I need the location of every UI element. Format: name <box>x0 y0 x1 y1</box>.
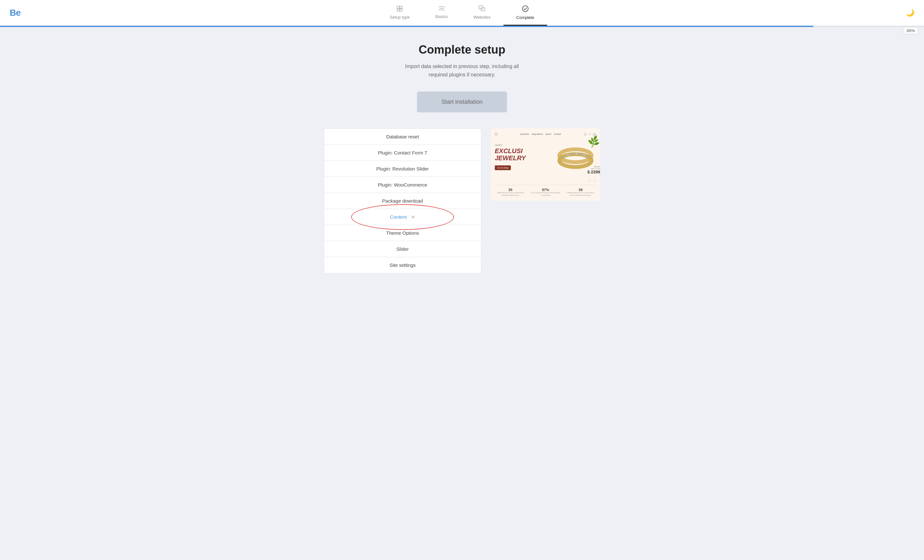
basics-icon <box>438 6 445 12</box>
progress-bar-fill <box>0 26 813 27</box>
preview-logo: ⬡ <box>495 132 498 136</box>
steps-area: Database reset Plugin: Contact Form 7 Pl… <box>324 129 600 273</box>
step-content: Content ✳ <box>324 209 481 225</box>
preview-shop-button: Go to shop <box>495 165 511 170</box>
svg-rect-3 <box>400 9 402 11</box>
steps-list: Database reset Plugin: Contact Form 7 Pl… <box>324 129 481 273</box>
step-plugin-revolution-slider: Plugin: Revolution Slider <box>324 160 481 177</box>
preview-text-block: signatur EXCLUSIJEWELRY Go to shop <box>495 144 551 172</box>
svg-point-12 <box>563 156 565 158</box>
stat-item-58: 58 Pellentesque lorem consectetur lorem … <box>565 188 596 197</box>
complete-icon <box>522 5 529 13</box>
websites-icon <box>479 6 485 13</box>
tab-complete[interactable]: Complete <box>504 0 547 26</box>
tab-websites[interactable]: Websites <box>461 0 504 26</box>
svg-point-14 <box>571 153 573 155</box>
header: Be Setup type Bas <box>0 0 924 26</box>
dark-mode-toggle[interactable]: 🌙 <box>906 9 914 17</box>
svg-point-18 <box>586 156 588 158</box>
svg-point-17 <box>583 154 585 156</box>
svg-point-13 <box>567 154 569 156</box>
stat-item-97: 97% Et a molestie lacinia lorem facilisi… <box>530 188 561 197</box>
svg-point-15 <box>575 153 578 154</box>
nav-tabs: Setup type Basics Websites <box>377 0 547 26</box>
preview-hero: signatur EXCLUSIJEWELRY Go to shop <box>495 140 596 176</box>
preview-nav-bar: ⬡ products inspirations about contact ⬡ … <box>495 132 596 136</box>
preview-footer-stats: 35 Pellentesque lorem consectetur conval… <box>495 185 596 197</box>
svg-rect-1 <box>400 6 402 8</box>
step-plugin-woocommerce: Plugin: WooCommerce <box>324 177 481 193</box>
tab-setup-type-label: Setup type <box>390 15 410 19</box>
step-theme-options: Theme Options <box>324 225 481 241</box>
step-plugin-contact-form: Plugin: Contact Form 7 <box>324 144 481 160</box>
preview-arrows: ← → <box>495 179 596 183</box>
main-content: Complete setup Import data selected in p… <box>317 27 607 292</box>
step-package-download: Package download <box>324 193 481 209</box>
step-site-settings: Site settings <box>324 257 481 273</box>
step-database-reset: Database reset <box>324 129 481 144</box>
logo: Be <box>10 8 21 18</box>
tab-setup-type[interactable]: Setup type <box>377 0 423 26</box>
tab-basics[interactable]: Basics <box>423 0 460 26</box>
svg-point-9 <box>522 6 528 12</box>
step-slider: Slider <box>324 241 481 257</box>
step-spinner: ✳ <box>411 214 415 220</box>
preview-nav-links: products inspirations about contact <box>520 133 561 135</box>
tab-complete-label: Complete <box>516 15 534 20</box>
progress-bar-container: 88% <box>0 26 924 27</box>
tab-websites-label: Websites <box>474 15 490 19</box>
svg-rect-0 <box>397 6 399 8</box>
svg-point-16 <box>579 153 581 155</box>
svg-rect-2 <box>397 9 399 11</box>
tab-basics-label: Basics <box>435 14 447 19</box>
stat-item-35: 35 Pellentesque lorem consectetur conval… <box>495 188 526 197</box>
progress-label: 88% <box>904 28 918 34</box>
setup-type-icon <box>396 6 403 13</box>
preview-nav-icons: ⬡ ♡ 🛒 <box>584 133 596 136</box>
preview-image: ⬡ products inspirations about contact ⬡ … <box>491 129 600 201</box>
page-title: Complete setup <box>324 43 600 57</box>
start-installation-button[interactable]: Start installation <box>417 91 507 112</box>
page-subtitle: Import data selected in previous step, i… <box>324 62 600 79</box>
